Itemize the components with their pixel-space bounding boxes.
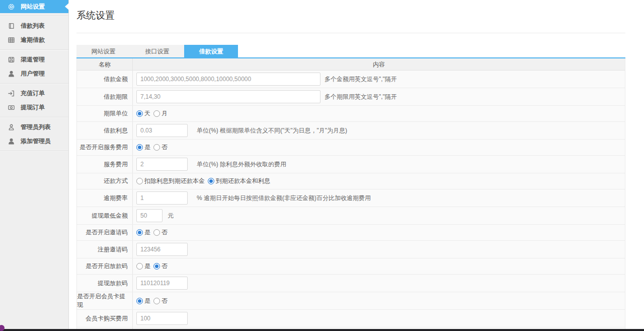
table-row: 期限单位天月	[77, 106, 625, 122]
sidebar-item[interactable]: 添加管理员	[0, 134, 68, 148]
table-row: 是否开启服务费用是否	[77, 140, 625, 156]
sidebar-item[interactable]: 渠道管理	[0, 52, 68, 67]
radio-option[interactable]: 否	[153, 262, 168, 271]
sidebar-group: 网站设置	[0, 0, 68, 16]
row-label: 会员卡购买费用	[77, 310, 133, 327]
setting-input[interactable]	[136, 312, 188, 325]
radio-unselected-icon[interactable]	[136, 263, 143, 270]
setting-hint: 单位(%) 除利息外额外收取的费用	[197, 160, 286, 169]
radio-selected-icon[interactable]	[136, 298, 143, 304]
sidebar-item[interactable]: 用户管理	[0, 67, 68, 81]
sidebar-item[interactable]: 逾期借款	[0, 33, 68, 47]
sidebar-item-label: 渠道管理	[21, 55, 45, 64]
radio-option-label: 否	[162, 262, 168, 271]
radio-option[interactable]: 否	[153, 228, 168, 237]
table-row: 逾期费率% 逾期日开始每日按照借款金额(非应还金额)百分比加收逾期费用	[77, 189, 625, 207]
sidebar-item[interactable]: 提现订单	[0, 100, 68, 114]
row-content: 天月	[133, 106, 625, 121]
tab-website-settings[interactable]: 网站设置	[76, 45, 130, 57]
row-label: 借款金额	[77, 71, 133, 88]
row-label: 是否开启邀请码	[77, 225, 133, 240]
table-row: 还款方式扣除利息到期还款本金到期还款本金和利息	[77, 173, 625, 189]
sidebar-item-label: 逾期借款	[21, 36, 45, 44]
radio-unselected-icon[interactable]	[153, 229, 160, 236]
row-content: 单位(%) 除利息外额外收取的费用	[133, 156, 625, 173]
book-icon	[8, 22, 15, 30]
setting-input[interactable]	[136, 191, 188, 205]
setting-input[interactable]	[136, 158, 188, 171]
radio-option[interactable]: 是	[136, 297, 150, 305]
setting-hint: 多个金额用英文逗号","隔开	[325, 75, 397, 84]
radio-option[interactable]: 到期还款本金和利息	[208, 177, 270, 185]
row-content: % 逾期日开始每日按照借款金额(非应还金额)百分比加收逾期费用	[133, 189, 625, 207]
sidebar-item[interactable]: 网站设置	[0, 0, 68, 13]
row-label: 服务费用	[77, 156, 133, 173]
tab-interface-settings[interactable]: 接口设置	[130, 45, 184, 57]
sidebar-item[interactable]: 借款列表	[0, 19, 68, 33]
sidebar-item[interactable]: 充值订单	[0, 86, 68, 100]
radio-option-label: 否	[162, 143, 168, 152]
row-label: 是否开启放款码	[77, 258, 133, 274]
radio-option[interactable]: 月	[153, 109, 168, 118]
sidebar-group: 渠道管理用户管理	[0, 50, 68, 84]
setting-input[interactable]	[136, 124, 188, 137]
setting-input[interactable]	[136, 90, 320, 103]
row-label: 逾期费率	[77, 189, 133, 207]
sidebar-item-label: 用户管理	[21, 70, 45, 78]
sidebar-item-label: 网站设置	[21, 3, 45, 11]
row-content: 元	[133, 207, 625, 224]
column-header-name: 名称	[77, 58, 133, 70]
setting-input[interactable]	[136, 277, 188, 290]
radio-unselected-icon[interactable]	[153, 110, 160, 117]
row-label: 注册邀请码	[77, 241, 133, 258]
row-content: 是否	[133, 225, 625, 240]
setting-input[interactable]	[136, 209, 163, 222]
table-row: 借款期限多个期限用英文逗号","隔开	[77, 88, 625, 106]
setting-input[interactable]	[136, 73, 320, 86]
sidebar-group: 管理员列表添加管理员	[0, 117, 68, 151]
gear-icon	[8, 3, 15, 11]
setting-hint: 单位(%) 根据期限单位含义不同("天"为日息，"月"为月息)	[197, 126, 347, 135]
user-icon	[8, 70, 15, 78]
table-body: 借款金额多个金额用英文逗号","隔开借款期限多个期限用英文逗号","隔开期限单位…	[77, 71, 625, 331]
setting-input[interactable]	[136, 243, 188, 256]
tab-bar: 网站设置 接口设置 借款设置	[76, 45, 625, 58]
radio-option[interactable]: 扣除利息到期还款本金	[136, 177, 205, 185]
radio-selected-icon[interactable]	[136, 229, 143, 236]
table-row: 服务费用单位(%) 除利息外额外收取的费用	[77, 156, 625, 173]
radio-option[interactable]: 否	[153, 297, 168, 305]
radio-option[interactable]: 天	[136, 109, 150, 118]
user-add-icon	[8, 138, 15, 145]
page-title: 系统设置	[76, 9, 625, 22]
radio-option[interactable]: 是	[136, 228, 150, 237]
radio-unselected-icon[interactable]	[153, 144, 160, 151]
radio-option[interactable]: 是	[136, 262, 150, 271]
tab-loan-settings[interactable]: 借款设置	[184, 45, 238, 57]
radio-option[interactable]: 是	[136, 143, 150, 152]
admin-list-icon	[8, 123, 15, 131]
row-content: 扣除利息到期还款本金到期还款本金和利息	[133, 173, 625, 189]
radio-unselected-icon[interactable]	[136, 178, 143, 184]
sidebar-item[interactable]: 管理员列表	[0, 120, 68, 134]
radio-option-label: 是	[144, 262, 150, 271]
radio-option-label: 是	[144, 228, 150, 237]
sidebar-item-label: 管理员列表	[21, 123, 51, 131]
radio-selected-icon[interactable]	[136, 144, 143, 151]
sidebar-item-label: 提现订单	[21, 103, 45, 112]
setting-hint: 多个期限用英文逗号","隔开	[325, 93, 397, 101]
radio-selected-icon[interactable]	[153, 263, 160, 270]
channel-icon	[8, 56, 15, 63]
radio-option-label: 到期还款本金和利息	[216, 177, 270, 185]
row-content: 是否	[133, 258, 625, 274]
radio-option[interactable]: 否	[153, 143, 168, 152]
radio-option-label: 否	[162, 297, 168, 305]
radio-unselected-icon[interactable]	[153, 298, 160, 304]
radio-selected-icon[interactable]	[208, 178, 214, 184]
radio-option-label: 是	[144, 143, 150, 152]
radio-selected-icon[interactable]	[136, 110, 143, 117]
table-row: 是否开启会员卡提现是否	[77, 292, 625, 310]
radio-option-label: 否	[162, 228, 168, 237]
row-content: 是否	[133, 292, 625, 309]
main-content: 系统设置 网站设置 接口设置 借款设置 名称 内容 借款金额多个金额用英文逗号"…	[76, 0, 625, 331]
table-row: 是否开启放款码是否	[77, 258, 625, 275]
